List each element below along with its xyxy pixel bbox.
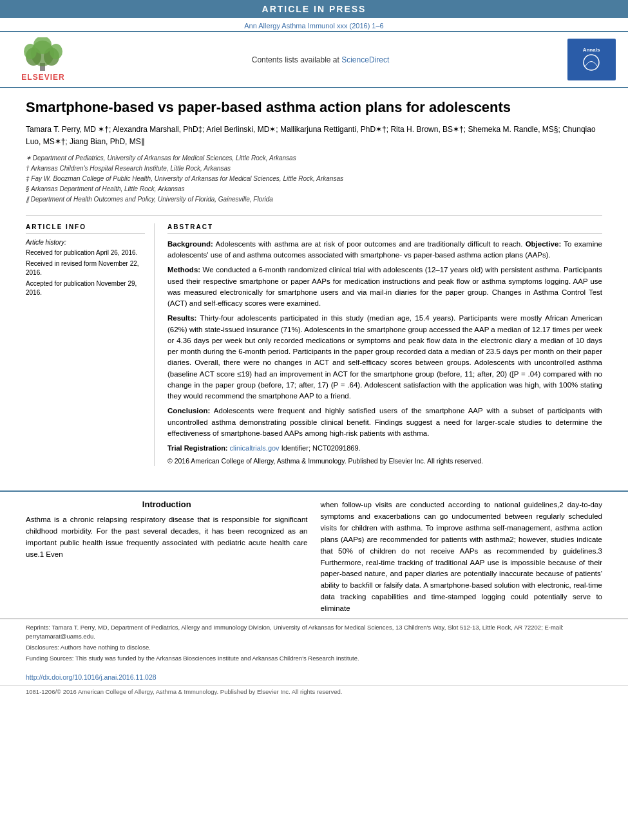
abstract-results: Results: Thirty-four adolescents partici… <box>167 313 602 402</box>
introduction-title: Introduction <box>26 499 308 509</box>
results-text: Thirty-four adolescents participated in … <box>167 314 602 400</box>
objective-label: Objective: <box>526 240 562 248</box>
abstract-column: ABSTRACT Background: Adolescents with as… <box>167 223 602 467</box>
svg-point-5 <box>50 44 62 59</box>
received-date: Received for publication April 26, 2016. <box>26 248 145 257</box>
trial-label: Trial Registration: <box>167 444 228 452</box>
bottom-links-section: http://dx.doi.org/10.1016/j.anai.2016.11… <box>0 669 628 685</box>
abstract-background: Background: Adolescents with asthma are … <box>167 239 602 261</box>
journal-header-section: ELSEVIER Contents lists available at Sci… <box>0 31 628 88</box>
conclusion-text: Adolescents were frequent and highly sat… <box>167 407 602 437</box>
sciencedirect-link[interactable]: ScienceDirect <box>341 55 389 64</box>
doi-link[interactable]: http://dx.doi.org/10.1016/j.anai.2016.11… <box>26 673 157 681</box>
section-divider <box>0 490 628 492</box>
footnotes: Reprints: Tamara T. Perry, MD, Departmen… <box>0 619 628 669</box>
abstract-heading: ABSTRACT <box>167 223 602 234</box>
article-in-press-banner: ARTICLE IN PRESS <box>0 0 628 18</box>
abstract-conclusion: Conclusion: Adolescents were frequent an… <box>167 406 602 439</box>
reprints-footnote: Reprints: Tamara T. Perry, MD, Departmen… <box>26 623 602 642</box>
affil-0: ✶ Department of Pediatrics, University o… <box>26 153 602 163</box>
affil-1: † Arkansas Children's Hospital Research … <box>26 163 602 174</box>
journal-citation: Ann Allergy Asthma Immunol xxx (2016) 1–… <box>0 18 628 31</box>
intro-left-col: Introduction Asthma is a chronic relapsi… <box>26 499 308 618</box>
trial-id: Identifier; NCT02091869. <box>281 444 361 452</box>
contents-info: Contents lists available at ScienceDirec… <box>79 37 562 82</box>
elsevier-tree-icon <box>21 37 66 73</box>
authors: Tamara T. Perry, MD ✶†; Alexandra Marsha… <box>26 124 602 148</box>
methods-text: We conducted a 6-month randomized clinic… <box>167 266 602 307</box>
accepted-date: Accepted for publication November 29, 20… <box>26 279 145 297</box>
article-info-abstract-section: ARTICLE INFO Article history: Received f… <box>26 215 602 467</box>
bottom-copyright: 1081-1206/© 2016 American College of All… <box>0 685 628 698</box>
trial-registration: Trial Registration: clinicaltrials.gov I… <box>167 443 602 454</box>
article-info-heading: ARTICLE INFO <box>26 223 145 234</box>
abstract-copyright: © 2016 American College of Allergy, Asth… <box>167 456 602 467</box>
article-info-column: ARTICLE INFO Article history: Received f… <box>26 223 155 467</box>
funding-footnote: Funding Sources: This study was funded b… <box>26 654 602 663</box>
abstract-methods: Methods: We conducted a 6-month randomiz… <box>167 265 602 309</box>
svg-point-7 <box>584 55 599 70</box>
revised-date: Received in revised form November 22, 20… <box>26 259 145 277</box>
results-label: Results: <box>167 314 196 322</box>
history-label: Article history: <box>26 239 145 246</box>
intro-right-col: when follow-up visits are conducted acco… <box>321 499 603 618</box>
affil-3: § Arkansas Department of Health, Little … <box>26 184 602 194</box>
disclosures-footnote: Disclosures: Authors have nothing to dis… <box>26 643 602 652</box>
article-title: Smartphone-based vs paper-based asthma a… <box>26 98 602 117</box>
intro-para2: when follow-up visits are conducted acco… <box>321 499 603 614</box>
abstract-text: Background: Adolescents with asthma are … <box>167 239 602 467</box>
background-text: Adolescents with asthma are at risk of p… <box>215 240 522 248</box>
body-content: Introduction Asthma is a chronic relapsi… <box>0 499 628 618</box>
affiliations: ✶ Department of Pediatrics, University o… <box>26 153 602 205</box>
contents-label: Contents lists available at <box>252 55 339 64</box>
trial-link[interactable]: clinicaltrials.gov <box>230 444 280 452</box>
annals-logo-icon <box>578 53 604 72</box>
authors-text: Tamara T. Perry, MD ✶†; Alexandra Marsha… <box>26 125 596 146</box>
affil-4: ∥ Department of Health Outcomes and Poli… <box>26 194 602 205</box>
annals-logo: Annals <box>562 37 620 82</box>
elsevier-logo: ELSEVIER <box>8 37 79 82</box>
main-content: Smartphone-based vs paper-based asthma a… <box>0 88 628 483</box>
background-label: Background: <box>167 240 213 248</box>
methods-label: Methods: <box>167 266 200 274</box>
intro-para1: Asthma is a chronic relapsing respirator… <box>26 514 308 560</box>
elsevier-brand-text: ELSEVIER <box>21 73 64 82</box>
affil-2: ‡ Fay W. Boozman College of Public Healt… <box>26 174 602 184</box>
annals-title: Annals <box>583 47 600 53</box>
annals-box: Annals <box>567 39 616 80</box>
conclusion-label: Conclusion: <box>167 407 210 415</box>
